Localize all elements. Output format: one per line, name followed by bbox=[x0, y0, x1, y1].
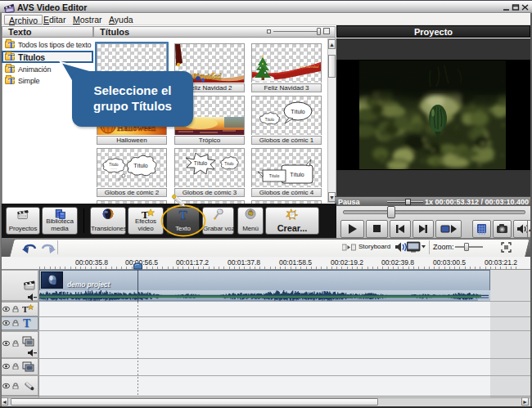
svg-text:T: T bbox=[22, 304, 29, 314]
svg-text:Feliz Navidad: Feliz Navidad bbox=[297, 65, 319, 69]
svg-text:Título: Título bbox=[265, 118, 275, 122]
svg-text:Título: Título bbox=[269, 173, 280, 178]
svg-text:Título: Título bbox=[291, 109, 305, 114]
svg-text:Título: Título bbox=[290, 172, 304, 177]
svg-text:Título: Título bbox=[224, 162, 234, 166]
svg-text:Título: Título bbox=[194, 160, 208, 166]
svg-text:Título: Título bbox=[133, 163, 148, 168]
svg-text:..........: .......... bbox=[110, 167, 118, 170]
